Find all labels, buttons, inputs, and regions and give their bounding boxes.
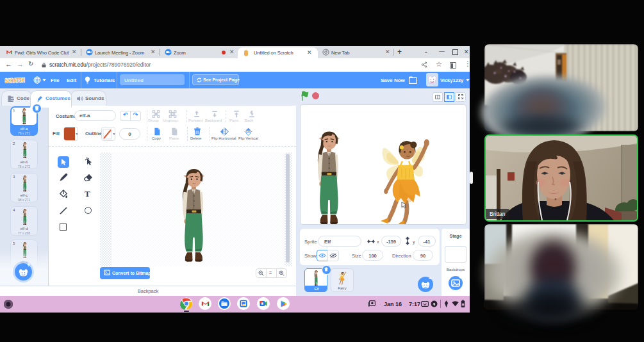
svg-text:SCRATCH: SCRATCH bbox=[4, 77, 24, 84]
